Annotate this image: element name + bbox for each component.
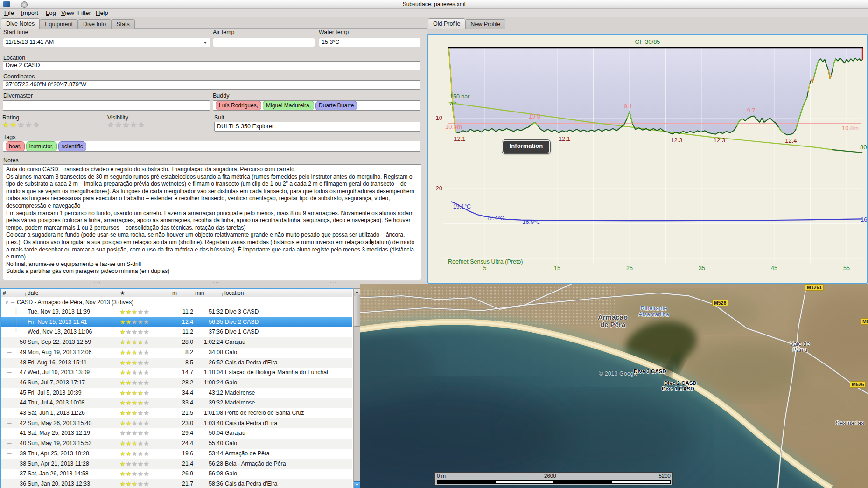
star-filled-icon[interactable]: ★ — [132, 410, 138, 417]
collapse-icon[interactable]: ∨ — [5, 299, 9, 306]
tag-pill[interactable]: boat, — [6, 141, 25, 152]
star-filled-icon[interactable]: ★ — [120, 481, 126, 488]
star-empty-icon[interactable]: ★ — [144, 470, 150, 477]
star-filled-icon[interactable]: ★ — [120, 339, 126, 346]
star-filled-icon[interactable]: ★ — [120, 450, 126, 457]
star-filled-icon[interactable]: ★ — [138, 390, 144, 397]
star-empty-icon[interactable]: ★ — [132, 450, 138, 457]
star-filled-icon[interactable]: ★ — [126, 308, 132, 315]
star-empty-icon[interactable]: ★ — [126, 430, 132, 437]
title-bar[interactable]: Subsurface: paneves.xml — [0, 0, 868, 9]
star-filled-icon[interactable]: ★ — [126, 420, 132, 427]
divemaster-field[interactable] — [3, 100, 210, 111]
dive-row[interactable]: ├─Fri, Nov 15, 2013 11:41★★★★★12.456:35D… — [1, 317, 352, 328]
col-depth[interactable]: m — [172, 290, 177, 296]
star-filled-icon[interactable]: ★ — [120, 369, 126, 376]
star-empty-icon[interactable]: ★ — [144, 369, 150, 376]
star-filled-icon[interactable]: ★ — [126, 390, 132, 397]
star-empty-icon[interactable]: ★ — [138, 319, 144, 326]
dive-row[interactable]: ─48Fri, Aug 16, 2013 15:11★★★★★8.526:52C… — [1, 358, 352, 368]
suit-field[interactable]: DUI TLS 350 Explorer — [214, 122, 420, 132]
menu-help[interactable]: Help — [94, 9, 110, 16]
tab-dive-notes[interactable]: Dive Notes — [1, 18, 40, 29]
dive-row[interactable]: └─Wed, Nov 13, 2013 11:06★★★★★11.237:36D… — [1, 327, 352, 337]
star-filled-icon[interactable]: ★ — [120, 460, 126, 467]
star-empty-icon[interactable]: ★ — [132, 420, 138, 427]
star-empty-icon[interactable]: ★ — [144, 460, 150, 467]
star-empty-icon[interactable]: ★ — [138, 349, 144, 356]
col-rating[interactable]: ★ — [120, 290, 125, 296]
star-empty-icon[interactable]: ★ — [138, 450, 144, 457]
dive-list[interactable]: # date ★ m min location ∨–CASD - Armação… — [0, 288, 355, 488]
star-filled-icon[interactable]: ★ — [132, 308, 138, 315]
star-empty-icon[interactable]: ★ — [132, 460, 138, 467]
notes-text[interactable]: Aula do curso CASD. Transectos c/video e… — [3, 164, 421, 280]
chevron-down-icon[interactable] — [203, 42, 207, 44]
start-time-combo[interactable]: 11/15/13 11:41 AM — [3, 38, 210, 47]
star-empty-icon[interactable]: ★ — [144, 399, 150, 406]
star-empty-icon[interactable]: ★ — [144, 308, 150, 315]
star-empty-icon[interactable]: ★ — [138, 481, 144, 488]
dive-row[interactable]: ─49Mon, Aug 19, 2013 12:06★★★★★8.234:08G… — [1, 348, 352, 358]
star-filled-icon[interactable]: ★ — [126, 410, 132, 417]
dive-row[interactable]: ─41Sat, May 25, 2013 12:19★★★★★29.450:04… — [1, 428, 352, 439]
dive-row[interactable]: ─45Fri, Jul 5, 2013 10:39★★★★★34.443:12M… — [1, 388, 352, 398]
menu-log[interactable]: Log — [44, 9, 57, 16]
star-empty-icon[interactable]: ★ — [144, 390, 150, 397]
star-filled-icon[interactable]: ★ — [126, 379, 132, 386]
tab-old-profile[interactable]: Old Profile — [428, 18, 465, 29]
star-filled-icon[interactable]: ★ — [132, 339, 138, 346]
star-empty-icon[interactable]: ★ — [144, 420, 150, 427]
col-location[interactable]: location — [224, 290, 244, 296]
dive-row[interactable]: ─42Sun, May 26, 2013 15:40★★★★★23.01:03:… — [1, 418, 352, 429]
star-filled-icon[interactable]: ★ — [120, 440, 126, 447]
star-filled-icon[interactable]: ★ — [126, 349, 132, 356]
star-empty-icon[interactable]: ★ — [138, 328, 144, 335]
star-empty-icon[interactable]: ★ — [120, 430, 126, 437]
buddy-pill[interactable]: Miguel Madureira, — [263, 101, 314, 111]
map[interactable]: Armaçãode Pêra Ribeira deAlcantarilha Va… — [360, 284, 868, 488]
dive-row[interactable]: ─37Sat, Jan 26, 2013 14:58★★★★★26.956:08… — [1, 469, 352, 479]
star-filled-icon[interactable]: ★ — [120, 328, 126, 335]
coordinates-field[interactable]: 37°05'23.460"N 8°20'47.879"W — [3, 80, 420, 90]
star-empty-icon[interactable]: ★ — [132, 430, 138, 437]
star-empty-icon[interactable]: ★ — [138, 430, 144, 437]
star-filled-icon[interactable]: ★ — [126, 481, 132, 488]
star-empty-icon[interactable]: ★ — [126, 460, 132, 467]
dive-row[interactable]: ─47Wed, Jul 10, 2013 13:09★★★★★14.71:10:… — [1, 368, 352, 378]
dive-row[interactable]: ─40Sun, May 19, 2013 15:53★★★★★24.455:40… — [1, 439, 352, 449]
star-filled-icon[interactable]: ★ — [138, 339, 144, 346]
buddy-pill[interactable]: Duarte Duarte — [315, 101, 357, 111]
star-empty-icon[interactable]: ★ — [144, 481, 150, 488]
star-empty-icon[interactable]: ★ — [18, 121, 25, 129]
star-empty-icon[interactable]: ★ — [144, 319, 150, 326]
tab-new-profile[interactable]: New Profile — [465, 19, 505, 29]
star-empty-icon[interactable]: ★ — [144, 430, 150, 437]
buddy-field[interactable]: Luís Rodrigues,Miguel Madureira,Duarte D… — [213, 100, 420, 111]
star-filled-icon[interactable]: ★ — [120, 308, 126, 315]
dive-row[interactable]: ─36Sun, Jan 20, 2013 12:33★★★★★21.758:36… — [1, 479, 352, 488]
star-empty-icon[interactable]: ★ — [138, 121, 145, 129]
star-empty-icon[interactable]: ★ — [132, 369, 138, 376]
star-empty-icon[interactable]: ★ — [144, 349, 150, 356]
menu-import[interactable]: Import — [20, 9, 40, 16]
rating-stars[interactable]: ★★★★★ — [2, 121, 41, 129]
star-filled-icon[interactable]: ★ — [120, 410, 126, 417]
tab-equipment[interactable]: Equipment — [40, 19, 78, 29]
star-filled-icon[interactable]: ★ — [120, 470, 126, 477]
buddy-pill[interactable]: Luís Rodrigues, — [216, 101, 261, 111]
dive-row[interactable]: ─38Sun, Apr 21, 2013 11:28★★★★★21.456:28… — [1, 459, 352, 469]
star-filled-icon[interactable]: ★ — [120, 399, 126, 406]
star-filled-icon[interactable]: ★ — [126, 450, 132, 457]
star-filled-icon[interactable]: ★ — [120, 420, 126, 427]
star-empty-icon[interactable]: ★ — [115, 121, 122, 129]
water-temp-field[interactable]: 15.3°C — [319, 38, 420, 47]
star-empty-icon[interactable]: ★ — [25, 121, 33, 129]
col-number[interactable]: # — [3, 290, 6, 296]
star-filled-icon[interactable]: ★ — [138, 399, 144, 406]
star-filled-icon[interactable]: ★ — [2, 121, 10, 129]
star-empty-icon[interactable]: ★ — [138, 410, 144, 417]
menu-file[interactable]: File — [3, 9, 15, 16]
star-empty-icon[interactable]: ★ — [144, 379, 150, 386]
dive-profile-chart[interactable]: GF 30/85 10.8m 150 bar air 10 20 10.8m 8… — [427, 34, 868, 284]
